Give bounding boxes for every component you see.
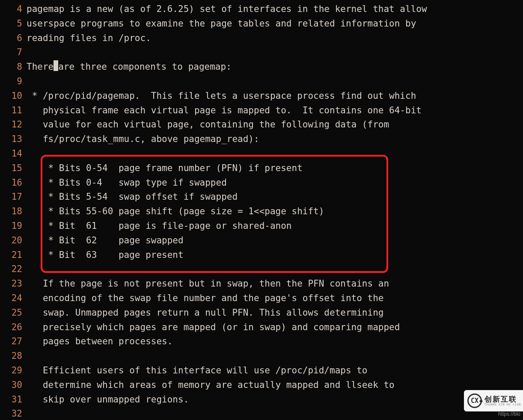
logo-en: CHUANG XIN HU LIAN [484,403,521,407]
line-number: 16 [0,175,27,190]
line-content[interactable]: * Bit 62 page swapped [27,233,523,248]
line-number: 4 [0,2,27,16]
code-line[interactable]: 9 [0,74,523,89]
code-line[interactable]: 24 encoding of the swap file number and … [0,291,523,305]
line-number: 5 [0,16,27,31]
code-line[interactable]: 12 value for each virtual page, containi… [0,117,523,132]
code-line[interactable]: 29 Efficient users of this interface wil… [0,363,523,378]
line-number: 10 [0,89,27,103]
code-line[interactable]: 16 * Bits 0-4 swap type if swapped [0,175,523,190]
logo-initials: CX [471,396,478,406]
code-line[interactable]: 19 * Bit 61 page is file-page or shared-… [0,219,523,233]
code-line[interactable]: 18 * Bits 55-60 page shift (page size = … [0,204,523,219]
line-number: 21 [0,248,27,262]
code-line[interactable]: 17 * Bits 5-54 swap offset if swapped [0,189,523,204]
line-content[interactable]: pagemap is a new (as of 2.6.25) set of i… [27,2,523,16]
line-number: 24 [0,291,27,305]
code-line[interactable]: 13 fs/proc/task_mmu.c, above pagemap_rea… [0,132,523,146]
line-number: 31 [0,392,27,407]
line-content[interactable]: * Bits 5-54 swap offset if swapped [27,189,523,204]
line-content[interactable]: Thereare three components to pagemap: [27,59,523,74]
line-number: 23 [0,276,27,291]
line-number: 11 [0,103,27,118]
code-line[interactable]: 28 [0,349,523,363]
line-content[interactable]: userspace programs to examine the page t… [27,16,523,31]
line-number: 17 [0,189,27,204]
line-number: 13 [0,132,27,146]
line-number: 29 [0,363,27,378]
logo-text: 创新互联 CHUANG XIN HU LIAN [484,395,521,406]
code-line[interactable]: 11 physical frame each virtual page is m… [0,103,523,118]
text-cursor [53,60,58,71]
line-content[interactable]: * Bit 61 page is file-page or shared-ano… [27,219,523,233]
line-content[interactable]: encoding of the swap file number and the… [27,291,523,305]
line-number: 14 [0,146,27,161]
code-line[interactable]: 6reading files in /proc. [0,31,523,45]
line-number: 7 [0,45,27,59]
line-content[interactable]: * Bits 55-60 page shift (page size = 1<<… [27,204,523,219]
code-line[interactable]: 10 * /proc/pid/pagemap. This file lets a… [0,89,523,103]
code-line[interactable]: 4pagemap is a new (as of 2.6.25) set of … [0,2,523,16]
code-line[interactable]: 23 If the page is not present but in swa… [0,276,523,291]
line-content[interactable]: value for each virtual page, containing … [27,117,523,132]
line-number: 26 [0,320,27,334]
line-number: 8 [0,59,27,74]
line-number: 30 [0,378,27,392]
watermark-url: https://blo [498,410,520,418]
line-number: 15 [0,161,27,175]
code-editor[interactable]: 4pagemap is a new (as of 2.6.25) set of … [0,0,523,420]
line-number: 25 [0,305,27,320]
code-line[interactable]: 22 [0,262,523,276]
code-line[interactable]: 7 [0,45,523,59]
line-content[interactable]: fs/proc/task_mmu.c, above pagemap_read): [27,132,523,146]
logo-badge: CX 创新互联 CHUANG XIN HU LIAN [464,390,523,411]
code-line[interactable]: 32 [0,406,523,420]
logo-icon: CX [467,393,482,408]
line-content[interactable]: reading files in /proc. [27,31,523,45]
code-line[interactable]: 25 swap. Unmapped pages return a null PF… [0,305,523,320]
line-content[interactable]: skip over unmapped regions. [27,392,523,407]
line-content[interactable]: * Bits 0-54 page frame number (PFN) if p… [27,161,523,175]
line-content[interactable]: pages between processes. [27,334,523,349]
code-line[interactable]: 21 * Bit 63 page present [0,248,523,262]
line-content[interactable]: If the page is not present but in swap, … [27,276,523,291]
line-content[interactable]: * Bit 63 page present [27,248,523,262]
line-number: 32 [0,406,27,420]
line-content[interactable]: * /proc/pid/pagemap. This file lets a us… [27,89,523,103]
code-line[interactable]: 30 determine which areas of memory are a… [0,378,523,392]
line-number: 12 [0,117,27,132]
line-content[interactable]: swap. Unmapped pages return a null PFN. … [27,305,523,320]
line-content[interactable]: physical frame each virtual page is mapp… [27,103,523,118]
code-line[interactable]: 15 * Bits 0-54 page frame number (PFN) i… [0,161,523,175]
line-number: 20 [0,233,27,248]
code-line[interactable]: 8Thereare three components to pagemap: [0,59,523,74]
code-line[interactable]: 31 skip over unmapped regions. [0,392,523,407]
line-number: 9 [0,74,27,89]
line-number: 19 [0,219,27,233]
line-number: 22 [0,262,27,276]
line-number: 28 [0,349,27,363]
line-content[interactable]: Efficient users of this interface will u… [27,363,523,378]
line-content[interactable]: precisely which pages are mapped (or in … [27,320,523,334]
line-content[interactable]: determine which areas of memory are actu… [27,378,523,392]
code-line[interactable]: 27 pages between processes. [0,334,523,349]
code-line[interactable]: 26 precisely which pages are mapped (or … [0,320,523,334]
logo-cn: 创新互联 [484,395,521,403]
line-number: 6 [0,31,27,45]
code-line[interactable]: 20 * Bit 62 page swapped [0,233,523,248]
code-line[interactable]: 5userspace programs to examine the page … [0,16,523,31]
line-content[interactable]: * Bits 0-4 swap type if swapped [27,175,523,190]
line-number: 27 [0,334,27,349]
code-line[interactable]: 14 [0,146,523,161]
line-number: 18 [0,204,27,219]
